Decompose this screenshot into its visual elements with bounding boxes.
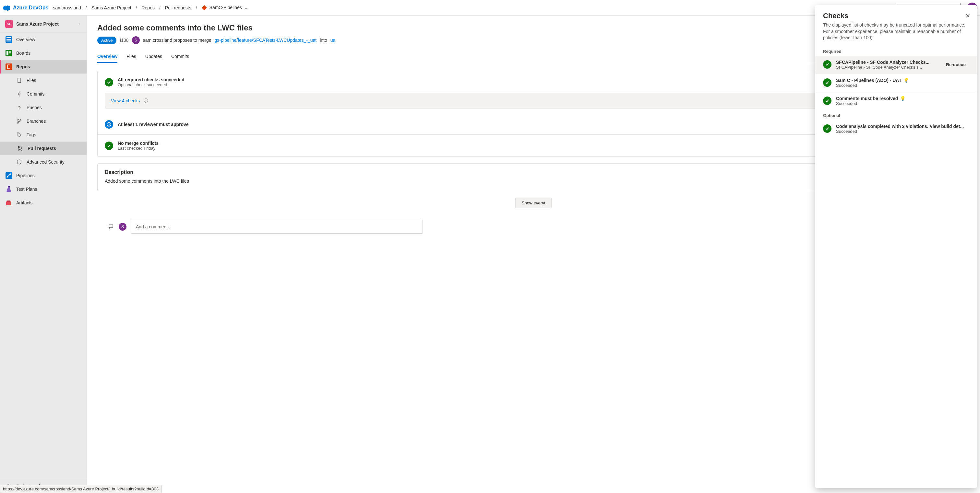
breadcrumb-repos[interactable]: Repos (140, 4, 156, 12)
svg-rect-2 (6, 39, 11, 40)
breadcrumb-sep: / (136, 5, 137, 10)
nav-label: Artifacts (16, 200, 33, 205)
comment-input[interactable]: Add a comment... (131, 220, 423, 233)
svg-rect-3 (6, 41, 11, 41)
conflicts-sub: Last checked Friday (118, 146, 159, 151)
check-title: Code analysis completed with 2 violation… (836, 124, 969, 129)
pr-id: !138 (120, 38, 129, 43)
pipelines-icon (5, 172, 12, 179)
success-icon (823, 60, 832, 69)
sidebar: SP Sams Azure Project ＋ Overview Boards … (0, 16, 87, 493)
nav-label: Pushes (27, 105, 42, 110)
check-sub: SFCAPipeline - SF Code Analyzer Checks s… (836, 65, 938, 70)
panel-title: Checks (823, 12, 969, 20)
view-checks-link[interactable]: View 4 checks (111, 98, 140, 103)
success-icon (105, 78, 113, 87)
check-title: SFCAPipeline - SF Code Analyzer Checks..… (836, 60, 938, 65)
pr-proposes-text: sam.crossland proposes to merge (143, 38, 212, 43)
panel-description: The displayed list of checks may be trun… (823, 22, 969, 41)
comment-sort-icon[interactable] (108, 224, 114, 230)
checks-panel: ✕ Checks The displayed list of checks ma… (815, 5, 977, 488)
svg-point-10 (17, 122, 19, 124)
nav-label: Boards (16, 51, 30, 56)
nav-tags[interactable]: Tags (0, 128, 87, 141)
svg-rect-7 (5, 63, 12, 70)
tab-updates[interactable]: Updates (145, 51, 162, 63)
nav-pull-requests[interactable]: Pull requests (0, 141, 87, 155)
chevron-down-icon: ⌵ (245, 5, 247, 10)
nav-pipelines[interactable]: Pipelines (0, 169, 87, 182)
nav-advanced-security[interactable]: Advanced Security (0, 155, 87, 169)
nav-label: Overview (16, 37, 35, 42)
breadcrumb-project[interactable]: Sams Azure Project (89, 4, 133, 12)
nav-label: Pull requests (27, 146, 56, 151)
nav: Overview Boards Repos Files Commits Push… (0, 33, 87, 479)
tab-overview[interactable]: Overview (97, 51, 118, 63)
svg-rect-1 (6, 37, 11, 38)
nav-test-plans[interactable]: Test Plans (0, 182, 87, 196)
project-name[interactable]: Sams Azure Project (16, 21, 73, 27)
pending-icon (105, 120, 113, 128)
nav-artifacts[interactable]: Artifacts (0, 196, 87, 209)
success-icon (823, 78, 832, 87)
reviewer-text: At least 1 reviewer must approve (118, 122, 189, 127)
requeue-button[interactable]: Re-queue (943, 60, 969, 69)
optional-section-label: Optional (815, 110, 977, 120)
nav-repos[interactable]: Repos (0, 60, 87, 73)
check-item[interactable]: SFCAPipeline - SF Code Analyzer Checks..… (815, 56, 977, 73)
info-icon[interactable]: ⓘ (144, 98, 148, 104)
pr-author-avatar[interactable]: S (132, 36, 140, 44)
tab-files[interactable]: Files (126, 51, 136, 63)
target-branch-link[interactable]: ua (331, 38, 336, 43)
svg-point-17 (7, 176, 8, 178)
overview-icon (5, 36, 12, 43)
breadcrumb-pullrequests[interactable]: Pull requests (163, 4, 193, 12)
comment-author-avatar: S (119, 223, 126, 231)
svg-rect-5 (6, 51, 8, 55)
nav-files[interactable]: Files (0, 73, 87, 87)
success-icon (823, 97, 832, 105)
nav-overview[interactable]: Overview (0, 33, 87, 46)
breadcrumb-sep: / (196, 5, 197, 10)
nav-boards[interactable]: Boards (0, 46, 87, 60)
svg-point-14 (18, 149, 19, 150)
repos-icon (5, 63, 12, 70)
show-everything-button[interactable]: Show everyt (515, 198, 551, 208)
lightbulb-icon: 💡 (904, 78, 909, 83)
check-title: Sam C - Pipelines (ADO) - UAT💡 (836, 78, 969, 83)
svg-point-12 (18, 133, 19, 134)
branches-icon (16, 117, 23, 125)
brand-link[interactable]: Azure DevOps (13, 5, 48, 11)
source-branch-link[interactable]: gs-pipeline/feature/SFCATests-LWCUpdates… (215, 38, 317, 43)
check-item[interactable]: Code analysis completed with 2 violation… (815, 120, 977, 138)
breadcrumb-sep: / (159, 5, 161, 10)
svg-point-9 (17, 119, 19, 120)
close-panel-button[interactable]: ✕ (966, 12, 970, 19)
check-sub: Succeeded (836, 83, 969, 88)
project-header: SP Sams Azure Project ＋ (0, 16, 87, 33)
nav-branches[interactable]: Branches (0, 114, 87, 128)
nav-label: Advanced Security (27, 159, 65, 165)
artifacts-icon (5, 199, 12, 206)
add-project-button[interactable]: ＋ (77, 21, 81, 27)
svg-point-15 (21, 149, 22, 150)
required-section-label: Required (815, 46, 977, 56)
check-sub: Succeeded (836, 101, 969, 106)
browser-status-link: https://dev.azure.com/samcrossland/Sams … (0, 485, 162, 493)
azure-devops-logo-icon (3, 4, 10, 12)
svg-rect-21 (7, 200, 10, 202)
breadcrumb-pipeline-text: SamC-Pipelines (210, 5, 242, 10)
nav-commits[interactable]: Commits (0, 87, 87, 101)
nav-label: Commits (27, 91, 45, 97)
breadcrumb-pipeline[interactable]: SamC-Pipelines ⌵ (200, 3, 249, 12)
check-title: Comments must be resolved💡 (836, 96, 969, 101)
nav-label: Pipelines (16, 173, 35, 178)
check-item[interactable]: Sam C - Pipelines (ADO) - UAT💡 Succeeded (815, 73, 977, 92)
breadcrumb-org[interactable]: samcrossland (51, 4, 83, 12)
nav-label: Branches (27, 119, 46, 124)
lightbulb-icon: 💡 (900, 96, 905, 101)
nav-pushes[interactable]: Pushes (0, 101, 87, 114)
check-item[interactable]: Comments must be resolved💡 Succeeded (815, 92, 977, 110)
check-sub: Succeeded (836, 129, 969, 134)
tab-commits[interactable]: Commits (171, 51, 189, 63)
